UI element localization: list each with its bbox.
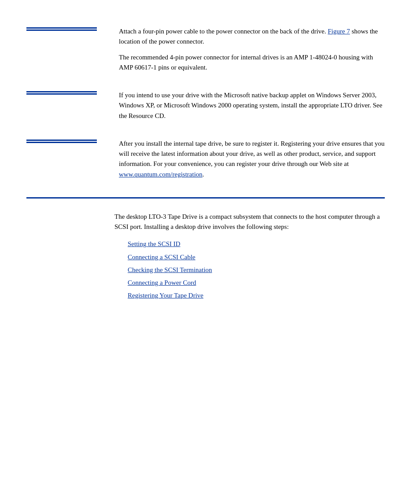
section-label-col-1: [26, 26, 114, 31]
power-cord-para-2: The recommended 4-pin power connector fo…: [119, 52, 385, 73]
link-checking-scsi-termination[interactable]: Checking the SCSI Termination: [128, 266, 212, 273]
power-cord-para-1: Attach a four-pin power cable to the pow…: [119, 26, 385, 47]
section-content-1: Attach a four-pin power cable to the pow…: [114, 26, 385, 73]
full-divider: [26, 197, 385, 199]
section-line-bottom-1: [26, 29, 97, 31]
bottom-section: The desktop LTO-3 Tape Drive is a compac…: [26, 212, 385, 301]
link-setting-scsi-id[interactable]: Setting the SCSI ID: [128, 240, 181, 247]
figure7-link[interactable]: Figure 7: [328, 28, 350, 35]
list-item-scsi-termination: Checking the SCSI Termination: [128, 265, 385, 275]
list-item-scsi-id: Setting the SCSI ID: [128, 239, 385, 249]
page: Attach a four-pin power cable to the pow…: [0, 0, 420, 330]
section-line-bottom-3: [26, 142, 97, 143]
bottom-intro: The desktop LTO-3 Tape Drive is a compac…: [114, 212, 385, 232]
section-line-bottom-2: [26, 93, 97, 95]
list-item-scsi-cable: Connecting a SCSI Cable: [128, 252, 385, 262]
section-label-col-3: [26, 139, 114, 143]
section-content-2: If you intend to use your drive with the…: [114, 90, 385, 121]
registration-link[interactable]: www.quantum.com/registration: [119, 171, 203, 178]
section-connecting-power: Attach a four-pin power cable to the pow…: [26, 26, 385, 73]
section-label-col-2: [26, 90, 114, 95]
section-line-top-1: [26, 27, 97, 29]
link-registering-tape-drive[interactable]: Registering Your Tape Drive: [128, 292, 203, 299]
link-connecting-power-cord[interactable]: Connecting a Power Cord: [128, 279, 196, 286]
section-registering: After you install the internal tape driv…: [26, 139, 385, 180]
list-item-register: Registering Your Tape Drive: [128, 291, 385, 301]
link-connecting-scsi-cable[interactable]: Connecting a SCSI Cable: [128, 254, 195, 261]
lto-driver-para: If you intend to use your drive with the…: [119, 90, 385, 121]
section-content-3: After you install the internal tape driv…: [114, 139, 385, 180]
registering-para: After you install the internal tape driv…: [119, 139, 385, 180]
steps-link-list: Setting the SCSI ID Connecting a SCSI Ca…: [114, 239, 385, 301]
section-lto-driver: If you intend to use your drive with the…: [26, 90, 385, 121]
list-item-power-cord: Connecting a Power Cord: [128, 278, 385, 288]
section-line-top-3: [26, 140, 97, 141]
section-line-top-2: [26, 91, 97, 92]
